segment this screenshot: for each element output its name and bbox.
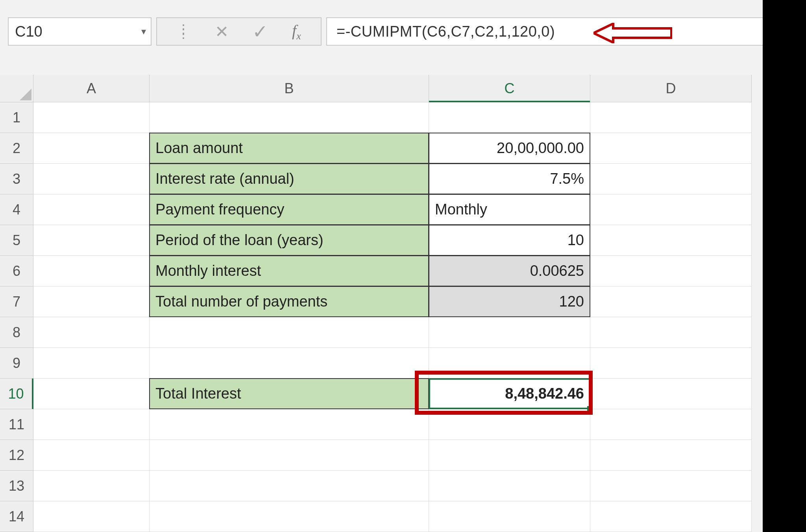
cancel-icon[interactable]: ✕ xyxy=(215,22,229,41)
cell-D2[interactable] xyxy=(590,133,752,164)
cell-C14[interactable] xyxy=(429,501,590,532)
cell-A10[interactable] xyxy=(33,379,150,409)
row-header[interactable]: 14 xyxy=(0,501,33,532)
cell-B1[interactable] xyxy=(150,102,429,133)
row-header[interactable]: 2 xyxy=(0,133,33,164)
row-header[interactable]: 7 xyxy=(0,286,33,317)
cell-A3[interactable] xyxy=(33,164,150,194)
cell-B5[interactable]: Period of the loan (years) xyxy=(149,225,429,256)
cell-B7[interactable]: Total number of payments xyxy=(149,286,429,317)
cell-B10[interactable]: Total Interest xyxy=(149,378,429,409)
drag-handle-icon: ⋮⋮ xyxy=(177,28,191,35)
cell-D12[interactable] xyxy=(590,440,752,471)
cell-A9[interactable] xyxy=(33,348,150,379)
cell-B9[interactable] xyxy=(150,348,429,379)
cell-D9[interactable] xyxy=(590,348,752,379)
cell-B8[interactable] xyxy=(150,317,429,348)
formula-text: =-CUMIPMT(C6,C7,C2,1,120,0) xyxy=(336,23,555,40)
cell-C1[interactable] xyxy=(429,102,590,133)
col-header-B[interactable]: B xyxy=(150,75,429,102)
cell-C12[interactable] xyxy=(429,440,590,471)
annotation-arrow-icon xyxy=(593,23,672,43)
cell-A6[interactable] xyxy=(33,256,150,286)
cell-C7[interactable]: 120 xyxy=(429,286,590,317)
cell-B4[interactable]: Payment frequency xyxy=(149,194,429,225)
formula-bar: C10 ▾ ⋮⋮ ✕ ✓ fx =-CUMIPMT(C6,C7,C2,1,120… xyxy=(0,16,806,47)
cell-A14[interactable] xyxy=(33,501,150,532)
cell-C10[interactable]: 8,48,842.46 xyxy=(429,378,590,409)
cell-A5[interactable] xyxy=(33,225,150,256)
row-header[interactable]: 3 xyxy=(0,164,33,194)
cell-B13[interactable] xyxy=(150,471,429,501)
cell-A1[interactable] xyxy=(33,102,150,133)
row-header[interactable]: 10 xyxy=(0,379,33,409)
cell-reference: C10 xyxy=(15,23,43,40)
column-headers: A B C D xyxy=(0,75,752,102)
cell-D6[interactable] xyxy=(590,256,752,286)
cell-A7[interactable] xyxy=(33,286,150,317)
formula-input[interactable]: =-CUMIPMT(C6,C7,C2,1,120,0) xyxy=(326,17,798,46)
cell-D7[interactable] xyxy=(590,286,752,317)
fx-icon[interactable]: fx xyxy=(292,21,301,42)
cell-D4[interactable] xyxy=(590,194,752,225)
cell-A8[interactable] xyxy=(33,317,150,348)
cell-C8[interactable] xyxy=(429,317,590,348)
col-header-A[interactable]: A xyxy=(33,75,150,102)
col-header-D[interactable]: D xyxy=(590,75,752,102)
name-box[interactable]: C10 ▾ xyxy=(8,17,152,46)
cell-B14[interactable] xyxy=(150,501,429,532)
cell-D8[interactable] xyxy=(590,317,752,348)
cell-D14[interactable] xyxy=(590,501,752,532)
cell-B3[interactable]: Interest rate (annual) xyxy=(149,163,429,194)
cell-C4[interactable]: Monthly xyxy=(429,194,590,225)
cell-D10[interactable] xyxy=(590,379,752,409)
cell-D13[interactable] xyxy=(590,471,752,501)
select-all-triangle-icon[interactable] xyxy=(0,75,33,102)
cell-C6[interactable]: 0.00625 xyxy=(429,255,590,286)
row-header[interactable]: 5 xyxy=(0,225,33,256)
cell-B2[interactable]: Loan amount xyxy=(149,133,429,164)
cell-C2[interactable]: 20,00,000.00 xyxy=(429,133,590,164)
cell-A4[interactable] xyxy=(33,194,150,225)
enter-icon[interactable]: ✓ xyxy=(252,20,268,42)
row-header[interactable]: 9 xyxy=(0,348,33,379)
row-header[interactable]: 4 xyxy=(0,194,33,225)
cell-D5[interactable] xyxy=(590,225,752,256)
cell-C5[interactable]: 10 xyxy=(429,225,590,256)
cell-C11[interactable] xyxy=(429,409,590,440)
cell-C9[interactable] xyxy=(429,348,590,379)
crop-mask xyxy=(763,0,806,532)
name-box-dropdown-icon[interactable]: ▾ xyxy=(141,26,146,37)
cell-C3[interactable]: 7.5% xyxy=(429,163,590,194)
row-header[interactable]: 12 xyxy=(0,440,33,471)
formula-controls: ⋮⋮ ✕ ✓ fx xyxy=(156,17,322,46)
cell-A12[interactable] xyxy=(33,440,150,471)
row-header[interactable]: 11 xyxy=(0,409,33,440)
row-header[interactable]: 8 xyxy=(0,317,33,348)
col-header-C[interactable]: C xyxy=(429,75,590,102)
cell-C13[interactable] xyxy=(429,471,590,501)
cell-A2[interactable] xyxy=(33,133,150,164)
cell-D1[interactable] xyxy=(590,102,752,133)
worksheet-grid[interactable]: A B C D 1 2 Loan amount 20,00,000.00 3 I… xyxy=(0,75,752,532)
row-header[interactable]: 13 xyxy=(0,471,33,501)
cell-B12[interactable] xyxy=(150,440,429,471)
cell-B6[interactable]: Monthly interest xyxy=(149,255,429,286)
cell-B11[interactable] xyxy=(150,409,429,440)
cell-A11[interactable] xyxy=(33,409,150,440)
row-header[interactable]: 6 xyxy=(0,256,33,286)
svg-marker-0 xyxy=(20,89,31,100)
row-header[interactable]: 1 xyxy=(0,102,33,133)
cell-A13[interactable] xyxy=(33,471,150,501)
cell-D11[interactable] xyxy=(590,409,752,440)
grid-body: 1 2 Loan amount 20,00,000.00 3 Interest … xyxy=(0,102,752,532)
cell-D3[interactable] xyxy=(590,164,752,194)
